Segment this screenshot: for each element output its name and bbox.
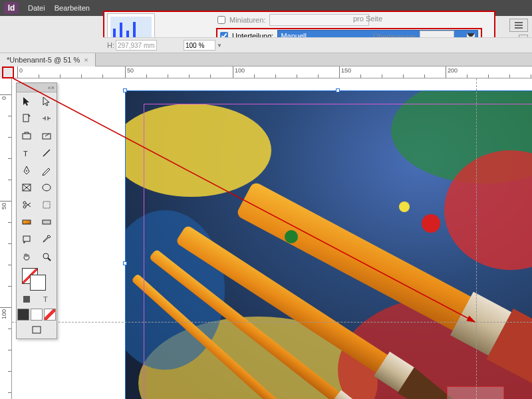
formatting-container[interactable]: [17, 291, 37, 308]
direct-selection-tool[interactable]: [37, 92, 57, 110]
control-bar-2: H: ▼: [103, 37, 532, 53]
svg-point-37: [43, 253, 49, 259]
app-logo: Id: [4, 2, 19, 14]
svg-line-38: [48, 258, 51, 261]
formatting-text[interactable]: T: [37, 291, 57, 308]
close-icon[interactable]: ×: [84, 56, 88, 64]
horizontal-ruler[interactable]: [12, 66, 532, 78]
zoom-field[interactable]: [184, 40, 215, 51]
svg-point-32: [23, 201, 26, 204]
svg-rect-23: [43, 134, 51, 139]
svg-text:T: T: [23, 150, 28, 158]
page-tool[interactable]: [17, 110, 37, 127]
per-page-label: pro Seite: [353, 15, 382, 23]
document-tab[interactable]: *Unbenannt-5 @ 51 % ×: [0, 53, 96, 66]
eyedropper-tool[interactable]: [37, 231, 57, 248]
panel-toggle-button[interactable]: [509, 19, 528, 32]
annotation-target: [447, 386, 504, 399]
line-tool[interactable]: [37, 144, 57, 162]
type-tool[interactable]: T: [17, 144, 37, 162]
svg-rect-36: [23, 236, 30, 241]
h-field[interactable]: [116, 40, 157, 51]
tools-panel[interactable]: «× T T: [16, 82, 57, 339]
image-frame[interactable]: [125, 90, 532, 399]
scissors-tool[interactable]: [17, 196, 37, 213]
chevron-down-icon[interactable]: ▼: [217, 43, 222, 49]
menu-edit[interactable]: Bearbeiten: [55, 4, 90, 12]
handle-n[interactable]: [336, 88, 340, 92]
svg-point-31: [23, 205, 26, 208]
tool-grid: T T: [17, 92, 57, 338]
content-placer-tool[interactable]: [37, 127, 57, 144]
zoom-tool[interactable]: [37, 248, 57, 265]
gap-tool[interactable]: [37, 110, 57, 127]
svg-rect-34: [23, 220, 31, 224]
document-canvas[interactable]: [12, 78, 532, 399]
apply-color-row[interactable]: [17, 308, 57, 321]
document-tab-bar: *Unbenannt-5 @ 51 % ×: [0, 53, 532, 66]
svg-rect-33: [43, 201, 50, 208]
gradient-feather-tool[interactable]: [37, 213, 57, 231]
rectangle-frame-tool[interactable]: [17, 179, 37, 196]
svg-point-26: [26, 170, 27, 172]
gradient-swatch-tool[interactable]: [17, 213, 37, 231]
svg-rect-39: [23, 296, 30, 303]
ruler-origin-highlight[interactable]: [2, 66, 14, 78]
svg-rect-22: [23, 134, 31, 139]
thumbnails-checkbox[interactable]: [217, 16, 225, 24]
content-collector-tool[interactable]: [17, 127, 37, 144]
vertical-ruler[interactable]: [0, 78, 12, 399]
svg-rect-41: [33, 327, 41, 333]
hand-tool[interactable]: [17, 248, 37, 265]
menu-file[interactable]: Datei: [28, 4, 45, 12]
pencil-tool[interactable]: [37, 162, 57, 179]
document-tab-title: *Unbenannt-5 @ 51 %: [7, 56, 80, 64]
close-icon[interactable]: ×: [51, 84, 55, 91]
selection-border: [125, 90, 532, 399]
handle-w[interactable]: [123, 261, 127, 265]
svg-rect-21: [23, 114, 29, 122]
handle-nw[interactable]: [123, 88, 127, 92]
svg-rect-35: [43, 220, 51, 224]
svg-text:T: T: [43, 295, 48, 303]
selection-tool[interactable]: [17, 92, 37, 110]
free-transform-tool[interactable]: [37, 196, 57, 213]
view-mode-tool[interactable]: [17, 321, 57, 338]
svg-line-25: [43, 150, 50, 156]
h-label: H:: [107, 41, 114, 49]
note-tool[interactable]: [17, 231, 37, 248]
svg-point-30: [43, 184, 51, 191]
rectangle-tool[interactable]: [37, 179, 57, 196]
thumbnails-label: Miniaturen:: [229, 16, 265, 24]
fill-stroke-swatch[interactable]: [17, 265, 57, 291]
pen-tool[interactable]: [17, 162, 37, 179]
